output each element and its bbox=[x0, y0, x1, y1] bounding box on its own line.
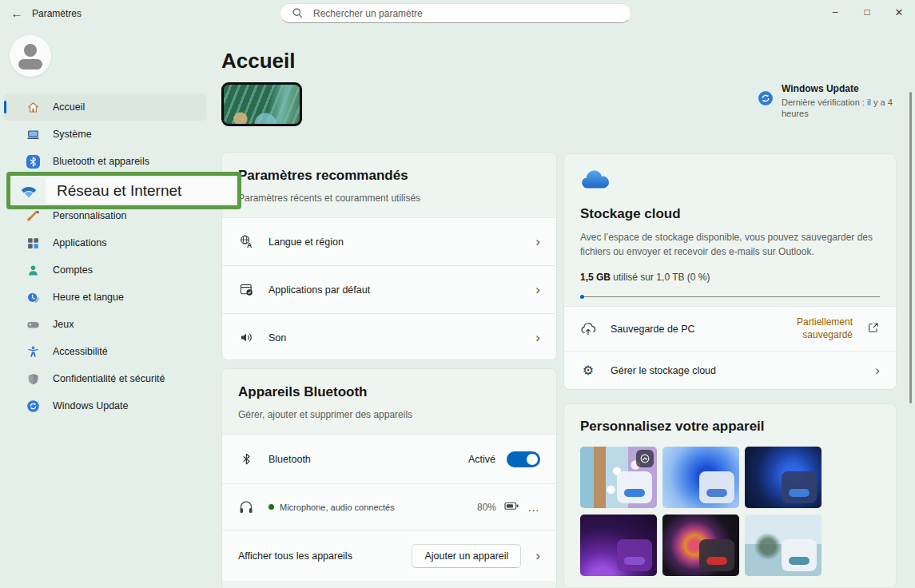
privacy-shield-icon bbox=[26, 371, 40, 386]
theme-bloom-light-tile[interactable] bbox=[662, 447, 739, 508]
setting-row-applications-par-defaut[interactable]: Applications par défaut › bbox=[222, 265, 556, 313]
backup-status-text: Partiellement sauvegardé bbox=[779, 316, 853, 341]
card-subtitle: Paramètres récents et couramment utilisé… bbox=[238, 193, 540, 204]
card-title: Personnalisez votre appareil bbox=[580, 419, 880, 435]
auto-theme-badge-icon bbox=[636, 450, 654, 467]
manage-cloud-storage-row[interactable]: ⚙ Gérer le stockage cloud › bbox=[564, 351, 896, 389]
accessibility-icon bbox=[26, 344, 40, 359]
sidebar-item-accessibilite[interactable]: Accessibilité bbox=[4, 338, 206, 365]
sound-icon bbox=[238, 330, 254, 346]
windows-update-status[interactable]: Windows Update Dernière vérification : i… bbox=[758, 83, 901, 120]
device-wallpaper-thumbnail bbox=[221, 82, 302, 126]
bluetooth-toggle[interactable] bbox=[507, 451, 540, 467]
show-all-devices-link[interactable]: Afficher tous les appareils bbox=[238, 550, 397, 562]
bluetooth-toggle-row: Bluetooth Activé bbox=[222, 434, 556, 483]
external-link-icon bbox=[867, 321, 880, 336]
accounts-icon bbox=[26, 263, 40, 277]
sidebar-nav: Accueil Système Bluetooth et appareils R… bbox=[4, 93, 206, 419]
chevron-right-icon: › bbox=[535, 283, 540, 296]
storage-used-value: 1,5 GB bbox=[580, 272, 611, 283]
connected-status-dot bbox=[269, 504, 274, 510]
sidebar-item-comptes[interactable]: Comptes bbox=[4, 256, 206, 284]
home-icon bbox=[26, 100, 40, 114]
accent-pill bbox=[706, 557, 727, 565]
update-status-subtitle: Dernière vérification : il y a 4 heures bbox=[782, 97, 901, 120]
start-menu-preview bbox=[699, 471, 734, 503]
devices-footer-row: Afficher tous les appareils Ajouter un a… bbox=[222, 530, 556, 581]
cloud-storage-card: Stockage cloud Avec l’espace de stockage… bbox=[563, 153, 897, 390]
cloud-icon bbox=[580, 181, 611, 193]
svg-text:A: A bbox=[246, 241, 251, 249]
sidebar-item-accueil[interactable]: Accueil bbox=[4, 93, 206, 121]
bluetooth-icon bbox=[238, 451, 254, 467]
maximize-button[interactable]: □ bbox=[851, 0, 883, 24]
theme-glow-purple-tile[interactable] bbox=[580, 514, 657, 576]
battery-percentage: 80% bbox=[477, 502, 496, 513]
user-avatar[interactable] bbox=[10, 35, 51, 77]
theme-landscape-light-tile[interactable] bbox=[745, 514, 822, 576]
cloud-backup-icon bbox=[580, 321, 596, 337]
sidebar-item-confidentialite[interactable]: Confidentialité et sécurité bbox=[4, 365, 206, 392]
search-icon bbox=[290, 6, 304, 21]
storage-usage-text: 1,5 GB utilisé sur 1,0 TB (0 %) bbox=[580, 272, 880, 283]
settings-search-box[interactable] bbox=[280, 3, 631, 23]
more-options-button[interactable]: … bbox=[527, 505, 540, 510]
setting-row-son[interactable]: Son › bbox=[222, 313, 556, 360]
update-status-title: Windows Update bbox=[782, 83, 901, 94]
storage-progress-bar bbox=[580, 295, 880, 299]
accent-pill bbox=[624, 489, 645, 497]
progress-rail bbox=[584, 296, 880, 298]
card-title: Paramètres recommandés bbox=[238, 168, 540, 184]
pc-backup-row[interactable]: Sauvegarde de PC Partiellement sauvegard… bbox=[564, 306, 896, 351]
sidebar-item-applications[interactable]: Applications bbox=[4, 229, 206, 256]
start-menu-preview bbox=[699, 539, 734, 571]
language-region-icon: A bbox=[238, 234, 254, 250]
accent-pill bbox=[624, 557, 645, 565]
gear-icon: ⚙ bbox=[580, 363, 596, 379]
add-device-button[interactable]: Ajouter un appareil bbox=[412, 544, 521, 568]
sidebar-item-bluetooth[interactable]: Bluetooth et appareils bbox=[4, 148, 206, 175]
person-icon bbox=[10, 35, 51, 77]
cloud-description: Avec l’espace de stockage disponible, vo… bbox=[580, 230, 880, 259]
accent-pill bbox=[706, 489, 727, 497]
window-controls: – □ ✕ bbox=[819, 0, 915, 24]
back-button[interactable]: ← bbox=[6, 3, 27, 22]
annotation-box-reseau-et-internet[interactable]: Réseau et Internet bbox=[6, 172, 241, 209]
search-input[interactable] bbox=[312, 7, 621, 20]
theme-bloom-dark-tile[interactable] bbox=[745, 447, 822, 508]
toggle-knob bbox=[527, 454, 538, 465]
annotation-label: Réseau et Internet bbox=[46, 177, 236, 204]
card-title: Appareils Bluetooth bbox=[238, 384, 540, 400]
vertical-scrollbar[interactable] bbox=[909, 92, 912, 403]
window-title: Paramètres bbox=[32, 8, 82, 19]
chevron-right-icon: › bbox=[535, 331, 540, 344]
sidebar-item-systeme[interactable]: Système bbox=[4, 121, 206, 148]
close-icon: ✕ bbox=[895, 6, 904, 18]
time-language-icon bbox=[26, 290, 40, 304]
theme-flower-dark-tile[interactable] bbox=[662, 514, 739, 576]
toggle-state-label: Activé bbox=[468, 454, 495, 465]
bluetooth-device-row[interactable]: Microphone, audio connectés 80% … bbox=[222, 483, 556, 530]
minimize-icon: – bbox=[833, 6, 838, 18]
close-button[interactable]: ✕ bbox=[883, 0, 915, 24]
back-arrow-icon: ← bbox=[11, 6, 23, 20]
windows-update-icon bbox=[26, 399, 40, 413]
chevron-right-icon: › bbox=[535, 549, 540, 562]
headphones-icon bbox=[238, 499, 254, 515]
maximize-icon: □ bbox=[864, 6, 869, 18]
chevron-right-icon: › bbox=[875, 364, 880, 377]
setting-row-langue-et-region[interactable]: A Langue et région › bbox=[222, 217, 556, 265]
start-menu-preview bbox=[782, 471, 817, 503]
recommended-settings-card: Paramètres recommandés Paramètres récent… bbox=[221, 152, 557, 360]
card-subtitle: Gérer, ajouter et supprimer des appareil… bbox=[238, 409, 540, 420]
accent-pill bbox=[789, 557, 810, 565]
sidebar-item-heure-langue[interactable]: Heure et langue bbox=[4, 284, 206, 311]
device-status-text: Microphone, audio connectés bbox=[280, 503, 395, 512]
sidebar-item-windows-update[interactable]: Windows Update bbox=[4, 392, 206, 419]
theme-split-light-tile[interactable] bbox=[580, 447, 657, 508]
minimize-button[interactable]: – bbox=[819, 0, 851, 24]
start-menu-preview bbox=[617, 539, 652, 571]
accent-pill bbox=[789, 489, 810, 497]
start-menu-preview bbox=[617, 471, 652, 503]
sidebar-item-jeux[interactable]: Jeux bbox=[4, 311, 206, 338]
